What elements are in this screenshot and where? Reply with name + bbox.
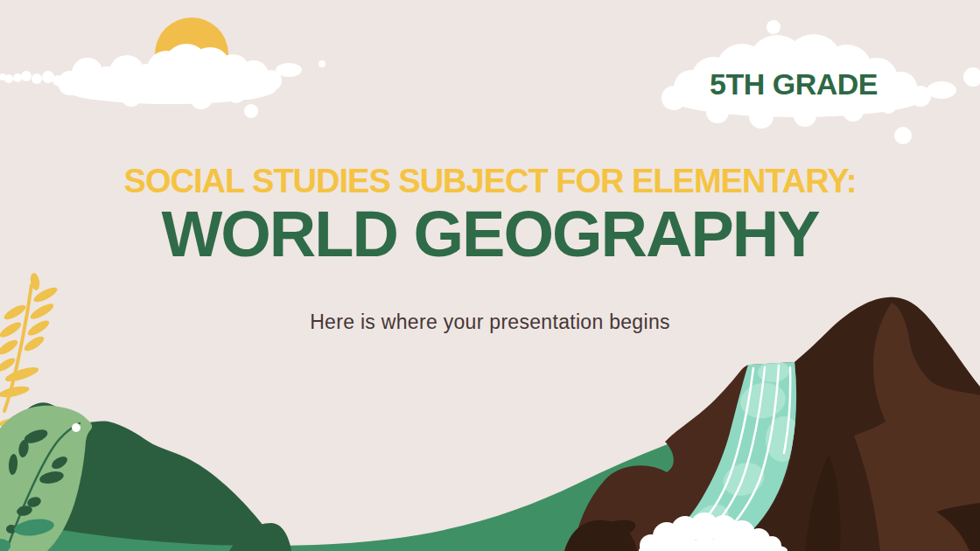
pretitle: SOCIAL STUDIES SUBJECT FOR ELEMENTARY: <box>0 164 980 198</box>
page-title: WORLD GEOGRAPHY <box>0 202 980 267</box>
leaf-dot <box>72 423 80 432</box>
subtitle: Here is where your presentation begins <box>0 310 980 335</box>
slide-canvas: 5TH GRADE SOCIAL STUDIES SUBJECT FOR ELE… <box>0 0 980 551</box>
grade-badge: 5TH GRADE <box>662 69 925 99</box>
cloud-left-icon <box>0 44 326 118</box>
